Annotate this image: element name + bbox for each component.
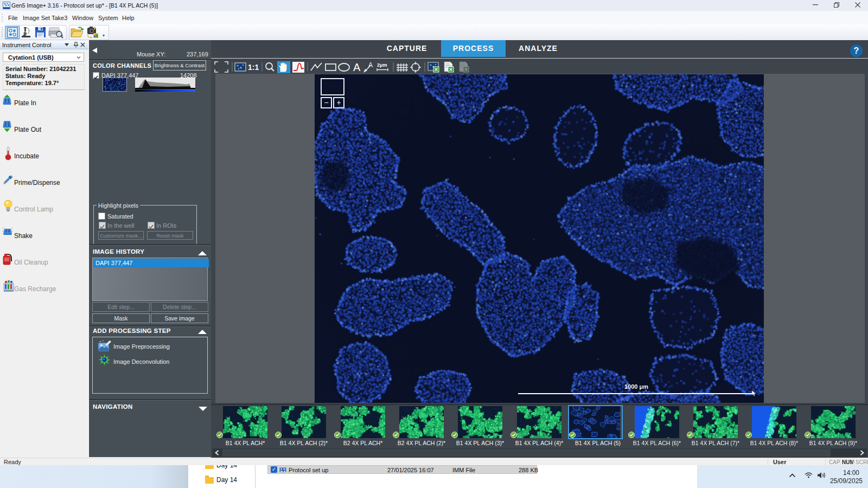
svg-text:2μm: 2μm: [377, 62, 387, 68]
svg-text:A: A: [353, 61, 361, 73]
svg-text:1:1: 1:1: [248, 63, 259, 72]
